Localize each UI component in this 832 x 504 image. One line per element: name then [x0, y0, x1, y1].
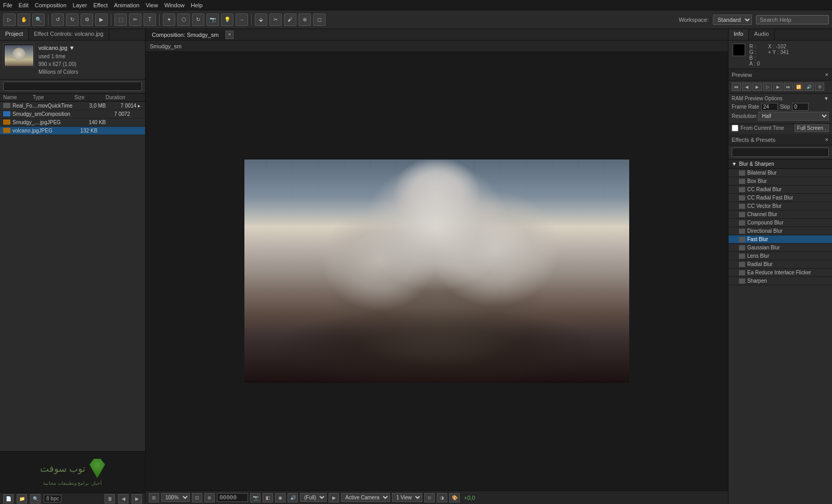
menu-edit[interactable]: Edit: [19, 2, 29, 8]
list-item[interactable]: Real_Fo....mov QuickTime 3,0 MB 7 0014 ▸: [0, 102, 145, 110]
snapshot-btn[interactable]: 📷: [250, 493, 261, 502]
show-render[interactable]: ◉: [275, 493, 285, 502]
effects-list: ▼ Blur & Sharpen Bilateral Blur Box Blur…: [729, 160, 832, 504]
effects-category-blur[interactable]: ▼ Blur & Sharpen: [729, 160, 832, 169]
tool-camera[interactable]: 📷: [206, 14, 219, 26]
tool-light[interactable]: 💡: [221, 14, 233, 26]
tool-pen[interactable]: ✏: [129, 14, 141, 26]
preview-last-frame[interactable]: ⏭: [784, 83, 793, 91]
tab-effect-controls[interactable]: Effect Controls: volcano.jpg: [29, 29, 109, 40]
tool-rect[interactable]: ⬚: [114, 14, 127, 26]
new-folder-btn[interactable]: 📁: [17, 494, 27, 503]
effect-lens-blur[interactable]: Lens Blur: [729, 252, 832, 260]
preview-step-back[interactable]: ◀: [742, 83, 751, 91]
preview-first-frame[interactable]: ⏮: [732, 83, 741, 91]
tool-rotate[interactable]: ↻: [192, 14, 204, 26]
effect-radial-blur[interactable]: Radial Blur: [729, 260, 832, 269]
list-item[interactable]: Smudgy_....jpg JPEG 140 KB: [0, 118, 145, 127]
effects-close[interactable]: ✕: [825, 137, 829, 142]
menu-help[interactable]: Help: [191, 2, 203, 8]
preview-close[interactable]: ✕: [825, 72, 829, 77]
list-item[interactable]: Smudgy_sm Composition 7 0072: [0, 110, 145, 118]
new-item-btn[interactable]: 📄: [3, 494, 14, 503]
tool-settings[interactable]: ⚙: [81, 14, 93, 26]
preview-play[interactable]: ▶: [752, 83, 762, 91]
preview-options-chevron[interactable]: ▼: [824, 96, 829, 101]
tool-puppet[interactable]: ⬙: [255, 14, 267, 26]
tool-render[interactable]: ▶: [95, 14, 108, 26]
full-screen-btn[interactable]: Full Screen .: [795, 124, 829, 132]
delete-btn[interactable]: 🗑: [105, 494, 115, 503]
menu-effect[interactable]: Effect: [93, 2, 108, 8]
menu-layer[interactable]: Layer: [73, 2, 87, 8]
effect-channel-blur[interactable]: Channel Blur: [729, 210, 832, 219]
from-current-time-row: From Current Time Full Screen .: [729, 124, 832, 134]
tab-info[interactable]: Info: [729, 29, 749, 40]
effect-cc-radial-fast-blur[interactable]: CC Radial Fast Blur: [729, 194, 832, 202]
toggle-pixel[interactable]: ⊙: [424, 493, 435, 502]
tool-zoom[interactable]: 🔍: [32, 14, 45, 26]
tool-text[interactable]: T: [144, 14, 156, 26]
tool-arrow[interactable]: →: [236, 14, 248, 26]
item-name-2: Smudgy_....jpg: [3, 120, 47, 125]
workspace-select[interactable]: Standard: [713, 15, 752, 25]
menu-window[interactable]: Window: [164, 2, 185, 8]
search-help-input[interactable]: Search Help: [756, 15, 829, 24]
tool-select[interactable]: ▷: [3, 14, 16, 26]
preview-play-audio[interactable]: ▷: [763, 83, 772, 91]
arrow-right-btn[interactable]: ▶: [132, 494, 142, 503]
effect-cc-vector-blur[interactable]: CC Vector Blur: [729, 202, 832, 210]
effect-sharpen[interactable]: Sharpen: [729, 277, 832, 285]
tool-scissors[interactable]: ✂: [269, 14, 282, 26]
effect-directional-blur[interactable]: Directional Blur: [729, 227, 832, 235]
safe-areas[interactable]: ⊕: [204, 493, 215, 502]
effect-fast-blur[interactable]: Fast Blur: [729, 235, 832, 244]
tab-audio[interactable]: Audio: [749, 29, 774, 40]
frame-rate-input[interactable]: [761, 103, 778, 111]
tab-composition[interactable]: Composition: Smudgy_sm: [146, 30, 225, 39]
effect-compound-blur[interactable]: Compound Blur: [729, 219, 832, 227]
zoom-select[interactable]: 100%: [161, 493, 190, 502]
arrow-left-btn[interactable]: ◀: [118, 494, 128, 503]
tool-brush[interactable]: 🖌: [284, 14, 296, 26]
fit-btn[interactable]: ⊡: [192, 493, 202, 502]
menu-animation[interactable]: Animation: [114, 2, 139, 8]
tool-shape[interactable]: ⬡: [177, 14, 190, 26]
menu-file[interactable]: File: [3, 2, 12, 8]
effect-cc-radial-blur[interactable]: CC Radial Blur: [729, 185, 832, 194]
mute-btn[interactable]: 🔊: [288, 493, 298, 502]
tool-undo[interactable]: ↺: [51, 14, 64, 26]
skip-input[interactable]: [792, 103, 809, 111]
toggle-grid[interactable]: ⊞: [149, 493, 159, 502]
effect-box-blur[interactable]: Box Blur: [729, 177, 832, 185]
tool-hand[interactable]: ✋: [18, 14, 30, 26]
view-select[interactable]: Active Camera: [341, 493, 390, 502]
from-current-time-check[interactable]: [732, 125, 738, 131]
color-manage[interactable]: 🎨: [449, 493, 460, 502]
tool-clone[interactable]: ⊕: [298, 14, 311, 26]
list-item[interactable]: volcano.jpg JPEG 132 KB: [0, 127, 145, 135]
tool-redo[interactable]: ↻: [66, 14, 79, 26]
menu-composition[interactable]: Composition: [35, 2, 67, 8]
preview-step-fwd[interactable]: ▶: [773, 83, 783, 91]
quality-select[interactable]: (Full): [300, 493, 327, 502]
project-search-input[interactable]: [3, 82, 142, 91]
tool-anchor[interactable]: ✦: [163, 14, 175, 26]
tool-eraser[interactable]: ◻: [313, 14, 326, 26]
close-comp-tab[interactable]: ✕: [225, 31, 233, 39]
resolution-select[interactable]: Half: [758, 112, 829, 121]
preview-loop[interactable]: 🔁: [794, 83, 803, 91]
effect-reduce-interlace[interactable]: Ea Reduce Interlace Flicker: [729, 269, 832, 277]
exposure-btn[interactable]: ◑: [437, 493, 447, 502]
tab-project[interactable]: Project: [0, 29, 29, 40]
show-snap[interactable]: ◧: [263, 493, 273, 502]
view-count-select[interactable]: 1 View: [392, 493, 422, 502]
effects-search-input[interactable]: [732, 148, 829, 157]
preview-settings[interactable]: ⚙: [815, 83, 824, 91]
effect-gaussian-blur[interactable]: Gaussian Blur: [729, 244, 832, 252]
fast-preview[interactable]: ▶: [329, 493, 339, 502]
effect-bilateral-blur[interactable]: Bilateral Blur: [729, 169, 832, 177]
preview-audio-on[interactable]: 🔊: [804, 83, 814, 91]
menu-view[interactable]: View: [146, 2, 158, 8]
search-btn[interactable]: 🔍: [30, 494, 41, 503]
